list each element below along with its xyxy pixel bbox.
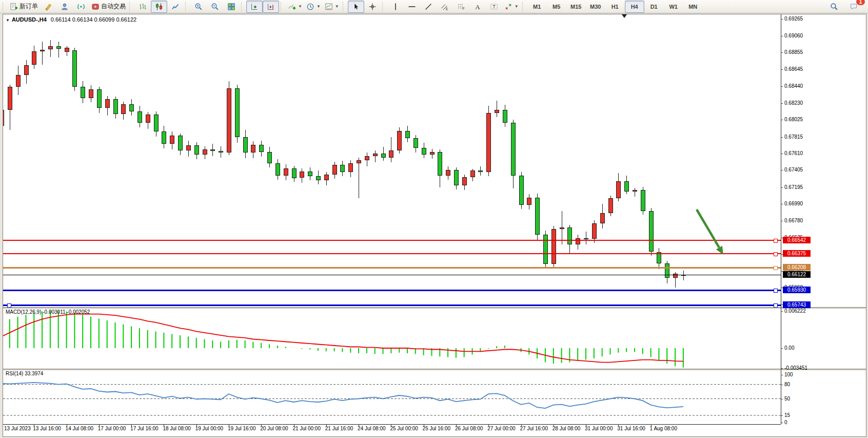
chart-shift-button[interactable] (263, 1, 279, 13)
rsi-tickmark (781, 423, 783, 423)
line-handle[interactable] (774, 266, 778, 270)
zoom-out-button[interactable] (207, 1, 223, 13)
candle (365, 156, 369, 160)
text-tool[interactable]: A (469, 1, 486, 13)
timeframe-m1[interactable]: M1 (527, 1, 547, 13)
autotrade-button[interactable]: 自动交易 (89, 1, 128, 13)
price-tick-label: 0.66780 (784, 218, 803, 223)
new-order-icon (10, 3, 18, 11)
time-axis-label: 28 Jul 08:00 (553, 426, 581, 431)
symbol-dropdown-icon[interactable]: ▼ (6, 18, 10, 23)
candle (543, 235, 548, 264)
candle (105, 99, 110, 108)
crosshair-tool[interactable] (364, 1, 381, 13)
rsi-tick-label: 50 (784, 396, 790, 402)
toolbar-grip (522, 2, 525, 11)
candle (56, 46, 61, 49)
svg-text:T: T (492, 4, 495, 9)
macd-pane (3, 308, 781, 369)
timeframe-m30[interactable]: M30 (586, 1, 605, 13)
timeframe-h4[interactable]: H4 (625, 1, 644, 13)
tile-windows-button[interactable] (223, 1, 240, 13)
chat-button[interactable]: 1 (845, 1, 862, 13)
timeframe-m5[interactable]: M5 (547, 1, 566, 13)
candlestick-button[interactable] (151, 1, 167, 13)
price-tick-label: 0.68230 (784, 100, 803, 106)
vertical-line-tool[interactable] (387, 1, 404, 13)
zoom-in-icon (194, 3, 203, 11)
line-handle[interactable] (774, 239, 778, 243)
indicators-button[interactable]: ▼ (286, 1, 304, 13)
candle (137, 111, 142, 123)
zoom-in-button[interactable] (190, 1, 207, 13)
candle (308, 172, 312, 177)
candle (389, 150, 393, 158)
crosshair-icon (368, 3, 377, 11)
trend-arrow-annotation[interactable] (692, 204, 728, 260)
time-axis-label: 17 Jul 16:00 (130, 426, 159, 431)
profile-button[interactable] (56, 1, 73, 13)
timeframe-w1[interactable]: W1 (664, 1, 683, 13)
line-handle[interactable] (7, 303, 11, 308)
chevron-down-icon: ▼ (335, 4, 339, 9)
time-axis-label: 13 Jul 16:00 (33, 426, 61, 431)
candle (40, 50, 45, 51)
price-axis-line (781, 14, 781, 424)
candle (292, 168, 297, 178)
toolbar-grip (3, 2, 6, 11)
candle (72, 50, 77, 87)
new-order-button[interactable]: 新订单 (8, 1, 40, 13)
hline-0.66375[interactable] (3, 253, 781, 254)
periods-button[interactable]: ▼ (304, 1, 323, 13)
arrows-tool[interactable]: ▼ (502, 1, 521, 13)
chevron-down-icon: ▼ (298, 4, 302, 9)
chart-shift-marker[interactable] (622, 14, 627, 18)
chart-window: ▼AUDUSD-,H40.66114 0.66134 0.66099 0.661… (3, 14, 866, 437)
trendline-tool[interactable] (420, 1, 437, 13)
candle (332, 165, 337, 175)
chart-title-ohlc: 0.66114 0.66134 0.66099 0.66122 (51, 16, 136, 23)
price-tick-label: 0.67405 (784, 167, 803, 173)
timeframe-m15[interactable]: M15 (566, 1, 586, 13)
price-tickmark (781, 120, 783, 120)
channel-tool[interactable]: E (437, 1, 453, 13)
line-handle[interactable] (774, 289, 778, 293)
candle-wick (375, 150, 376, 163)
hline-0.66542[interactable] (3, 240, 781, 241)
time-axis-label: 17 Jul 00:00 (98, 426, 126, 431)
text-icon: A (474, 3, 482, 11)
timeframe-d1[interactable]: D1 (644, 1, 664, 13)
candle (170, 136, 174, 144)
hline-0.65930[interactable] (3, 290, 781, 291)
timeframe-h1[interactable]: H1 (605, 1, 625, 13)
line-handle[interactable] (774, 303, 778, 308)
time-axis-label: 25 Jul 00:00 (390, 426, 418, 431)
signals-button[interactable] (73, 1, 89, 13)
arrows-icon (504, 3, 512, 11)
candle (129, 104, 134, 111)
templates-button[interactable]: ▼ (323, 1, 341, 13)
price-tick-label: 0.67195 (784, 184, 803, 190)
styler-button[interactable] (40, 1, 56, 13)
line-chart-button[interactable] (167, 1, 184, 13)
fibonacci-tool[interactable]: F (453, 1, 469, 13)
candle (413, 138, 418, 148)
toolbar-grip (343, 2, 346, 11)
tile-windows-icon (227, 3, 235, 11)
cursor-tool[interactable] (348, 1, 364, 13)
candle (649, 211, 654, 252)
zoom-out-icon (211, 3, 219, 11)
candle (519, 176, 524, 205)
label-tool[interactable]: T (486, 1, 502, 13)
price-pane[interactable] (3, 14, 781, 307)
search-button[interactable] (826, 1, 842, 13)
horizontal-line-tool[interactable] (404, 1, 420, 13)
auto-scroll-button[interactable] (246, 1, 263, 13)
timeframe-mn[interactable]: MN (683, 1, 703, 13)
hline-0.65743[interactable] (3, 304, 781, 306)
hline-0.66122[interactable] (3, 275, 781, 275)
bar-chart-button[interactable] (134, 1, 151, 13)
time-axis-line (3, 424, 781, 425)
hline-0.66208[interactable] (3, 267, 781, 269)
line-handle[interactable] (774, 252, 778, 256)
